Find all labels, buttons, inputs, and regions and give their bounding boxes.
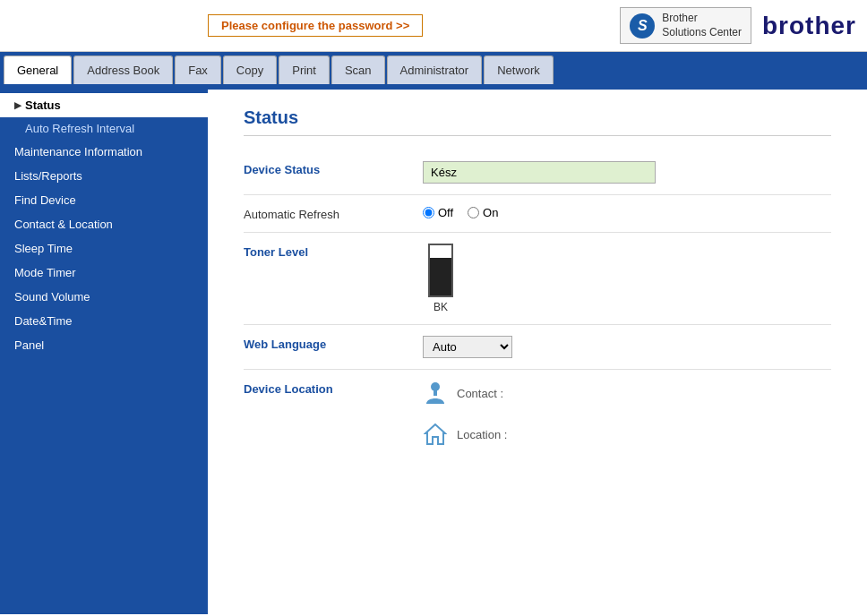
location-row: Contact : Location : <box>423 381 831 447</box>
refresh-on-option[interactable]: On <box>468 206 498 219</box>
sidebar-item-sleep-time[interactable]: Sleep Time <box>0 236 208 261</box>
password-banner-wrapper: Please configure the password >> <box>11 14 620 37</box>
refresh-off-label: Off <box>438 206 453 219</box>
tab-print[interactable]: Print <box>279 56 330 84</box>
web-language-value: Auto English German French Spanish <box>423 336 831 358</box>
web-language-row: Web Language Auto English German French … <box>244 325 831 370</box>
sidebar-item-mode-timer[interactable]: Mode Timer <box>0 261 208 285</box>
sidebar-item-lists-reports[interactable]: Lists/Reports <box>0 164 208 188</box>
location-label: Location : <box>457 428 507 441</box>
contact-item: Contact : <box>423 381 831 406</box>
device-status-value-wrapper <box>423 161 831 184</box>
main-layout: Status Auto Refresh Interval Maintenance… <box>0 90 867 614</box>
solutions-center-label: BrotherSolutions Center <box>662 12 742 39</box>
toner-bk-label: BK <box>434 301 448 313</box>
toner-level-value: BK <box>423 244 831 313</box>
tab-navigation: General Address Book Fax Copy Print Scan… <box>0 52 867 84</box>
device-location-row: Device Location Contact : <box>244 370 831 458</box>
page-header: Please configure the password >> S Broth… <box>0 0 867 52</box>
sidebar: Status Auto Refresh Interval Maintenance… <box>0 90 208 614</box>
sidebar-item-date-time[interactable]: Date&Time <box>0 309 208 333</box>
automatic-refresh-label: Automatic Refresh <box>244 206 423 221</box>
toner-level-label: Toner Level <box>244 244 423 259</box>
svg-marker-2 <box>425 424 445 444</box>
tab-administrator[interactable]: Administrator <box>387 56 483 84</box>
tab-copy[interactable]: Copy <box>223 56 277 84</box>
tab-network[interactable]: Network <box>484 56 554 84</box>
web-language-select[interactable]: Auto English German French Spanish <box>423 336 512 358</box>
toner-level-row: Toner Level BK <box>244 233 831 325</box>
location-item: Location : <box>423 422 831 447</box>
content-title: Status <box>244 107 831 136</box>
contact-person-icon <box>423 381 448 406</box>
content-area: Status Device Status Automatic Refresh O… <box>208 90 867 614</box>
refresh-off-option[interactable]: Off <box>423 206 453 219</box>
svg-rect-1 <box>434 390 437 396</box>
brother-logo: brother <box>762 12 856 40</box>
sidebar-item-sound-volume[interactable]: Sound Volume <box>0 285 208 309</box>
device-status-label: Device Status <box>244 161 423 176</box>
logo-text: brother <box>762 12 856 40</box>
device-location-label: Device Location <box>244 381 423 396</box>
refresh-on-label: On <box>483 206 498 219</box>
sidebar-item-maintenance[interactable]: Maintenance Information <box>0 140 208 164</box>
sidebar-item-auto-refresh-interval[interactable]: Auto Refresh Interval <box>0 117 208 140</box>
automatic-refresh-controls: Off On <box>423 206 831 219</box>
device-location-value: Contact : Location : <box>423 381 831 447</box>
sidebar-item-find-device[interactable]: Find Device <box>0 188 208 212</box>
toner-bar-fill <box>430 258 451 295</box>
svg-point-0 <box>431 382 440 391</box>
solutions-center-button[interactable]: S BrotherSolutions Center <box>620 7 751 44</box>
sidebar-item-status[interactable]: Status <box>0 93 208 117</box>
tab-fax[interactable]: Fax <box>175 56 221 84</box>
location-house-icon <box>423 422 448 447</box>
sidebar-item-contact-location[interactable]: Contact & Location <box>0 212 208 236</box>
device-status-input[interactable] <box>423 161 656 184</box>
sidebar-item-panel[interactable]: Panel <box>0 333 208 357</box>
contact-label: Contact : <box>457 387 503 400</box>
tab-address-book[interactable]: Address Book <box>73 56 173 84</box>
refresh-off-radio[interactable] <box>423 207 434 218</box>
content-inner: Status Device Status Automatic Refresh O… <box>208 90 867 475</box>
web-language-label: Web Language <box>244 336 423 351</box>
tab-general[interactable]: General <box>4 56 72 84</box>
automatic-refresh-row: Automatic Refresh Off On <box>244 195 831 233</box>
refresh-on-radio[interactable] <box>468 207 479 218</box>
refresh-radio-group: Off On <box>423 206 831 219</box>
device-status-row: Device Status <box>244 150 831 195</box>
brother-s-icon: S <box>630 13 655 38</box>
toner-bar-outer <box>428 244 453 297</box>
password-banner[interactable]: Please configure the password >> <box>208 14 423 37</box>
toner-bk-container: BK <box>423 244 459 313</box>
tab-scan[interactable]: Scan <box>331 56 385 84</box>
